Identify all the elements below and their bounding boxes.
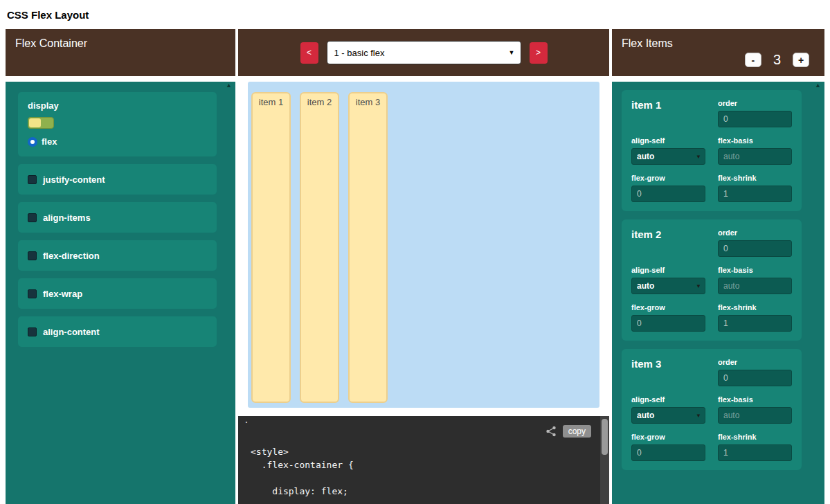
- item-1-grid: item 1 order align-self auto: [631, 99, 792, 202]
- property-card-align-content[interactable]: align-content: [18, 316, 217, 347]
- code-line-4: display: flex;: [251, 486, 348, 496]
- property-card-align-items[interactable]: align-items: [18, 202, 217, 233]
- item-1-flex-shrink-input[interactable]: [718, 186, 792, 202]
- item-3-order-field: order: [718, 358, 792, 386]
- align-self-label: align-self: [631, 136, 705, 145]
- code-scrollbar[interactable]: [600, 416, 609, 504]
- flex-grow-label: flex-grow: [631, 303, 705, 312]
- item-3-flex-shrink-input[interactable]: [718, 444, 792, 461]
- scroll-up-icon[interactable]: ▲: [815, 82, 821, 89]
- page-header: CSS Flex Layout: [0, 0, 830, 29]
- item-1-title: item 1: [631, 99, 661, 111]
- flex-container-panel-header: Flex Container: [6, 29, 235, 76]
- item-1-order-input[interactable]: [718, 111, 792, 127]
- flex-wrap-label: flex-wrap: [43, 289, 82, 299]
- radio-selected-icon: [28, 137, 37, 147]
- flex-items-panel-title: Flex Items: [622, 37, 815, 50]
- item-3-flex-grow-input[interactable]: [631, 444, 705, 461]
- flex-items-panel: Flex Items - 3 + ▲ item 1 order: [612, 29, 824, 504]
- flex-shrink-label: flex-shrink: [718, 303, 792, 312]
- playground-item-3: item 3: [348, 92, 388, 403]
- item-2-order-field: order: [718, 228, 792, 257]
- item-card-1: item 1 order align-self auto: [622, 90, 802, 211]
- item-1-align-self-field: align-self auto: [631, 136, 705, 165]
- property-card-justify-content[interactable]: justify-content: [18, 164, 217, 195]
- item-count: 3: [773, 52, 781, 68]
- flex-grow-label: flex-grow: [631, 174, 705, 182]
- share-icon[interactable]: [545, 426, 557, 437]
- display-flex-radio[interactable]: flex: [28, 136, 207, 147]
- item-2-flex-grow-input[interactable]: [631, 315, 705, 332]
- next-example-button[interactable]: >: [530, 42, 548, 64]
- item-2-flex-basis-input[interactable]: [718, 278, 792, 294]
- item-2-flex-basis-field: flex-basis: [718, 266, 792, 294]
- code-scrollbar-thumb[interactable]: [602, 419, 608, 455]
- item-2-order-input[interactable]: [718, 240, 792, 257]
- flex-basis-label: flex-basis: [718, 266, 792, 274]
- align-items-label: align-items: [43, 213, 91, 223]
- flex-wrap-checkbox[interactable]: [28, 289, 37, 298]
- item-2-title: item 2: [631, 228, 661, 240]
- item-2-grid: item 2 order align-self auto: [631, 228, 792, 332]
- item-1-flex-basis-input[interactable]: [718, 148, 792, 165]
- item-3-title: item 3: [631, 358, 661, 370]
- item-2-flex-shrink-field: flex-shrink: [718, 303, 792, 332]
- flex-container-panel: Flex Container ▲ display flex justify-co…: [6, 29, 235, 504]
- item-3-flex-grow-field: flex-grow: [631, 433, 705, 461]
- flex-items-panel-header: Flex Items - 3 +: [612, 29, 824, 76]
- code-line-1: <style>: [251, 447, 289, 457]
- display-toggle[interactable]: [28, 117, 54, 129]
- code-cursor-dot: .: [244, 416, 249, 425]
- align-self-label: align-self: [631, 266, 705, 274]
- item-3-order-input[interactable]: [718, 370, 792, 386]
- flex-grow-label: flex-grow: [631, 433, 705, 441]
- justify-content-label: justify-content: [43, 174, 105, 185]
- item-count-controls: - 3 +: [622, 52, 815, 68]
- flex-playground: item 1 item 2 item 3: [248, 82, 599, 408]
- prev-example-button[interactable]: <: [300, 42, 318, 64]
- item-3-grid: item 3 order align-self auto: [631, 358, 792, 461]
- add-item-button[interactable]: +: [793, 53, 809, 67]
- flex-shrink-label: flex-shrink: [718, 174, 792, 182]
- item-2-align-self-select[interactable]: auto: [631, 278, 705, 294]
- item-1-flex-grow-field: flex-grow: [631, 174, 705, 202]
- property-card-flex-wrap[interactable]: flex-wrap: [18, 278, 217, 309]
- flex-direction-checkbox[interactable]: [28, 251, 37, 260]
- playground-item-1: item 1: [251, 92, 291, 403]
- item-3-align-self-field: align-self auto: [631, 395, 705, 424]
- flex-items-panel-body: ▲ item 1 order align-self au: [612, 82, 824, 504]
- item-3-flex-basis-input[interactable]: [718, 407, 792, 424]
- flex-basis-label: flex-basis: [718, 395, 792, 404]
- copy-button[interactable]: copy: [563, 425, 591, 438]
- item-1-flex-basis-field: flex-basis: [718, 136, 792, 165]
- item-2-flex-grow-field: flex-grow: [631, 303, 705, 332]
- main-layout: Flex Container ▲ display flex justify-co…: [0, 29, 830, 504]
- item-2-align-self-wrap: auto: [631, 278, 705, 294]
- order-label: order: [718, 228, 792, 237]
- item-card-3: item 3 order align-self auto: [622, 349, 802, 470]
- item-1-flex-grow-input[interactable]: [631, 186, 705, 202]
- display-flex-radio-label: flex: [42, 136, 57, 147]
- item-1-align-self-select[interactable]: auto: [631, 148, 705, 165]
- property-card-flex-direction[interactable]: flex-direction: [18, 240, 217, 271]
- item-3-title-cell: item 3: [631, 358, 705, 386]
- example-select[interactable]: 1 - basic flex: [327, 41, 521, 64]
- item-3-flex-basis-field: flex-basis: [718, 395, 792, 424]
- scroll-up-icon[interactable]: ▲: [226, 82, 232, 89]
- display-toggle-knob-icon: [29, 118, 41, 127]
- remove-item-button[interactable]: -: [745, 53, 761, 67]
- example-select-wrap: 1 - basic flex: [327, 41, 521, 64]
- order-label: order: [718, 99, 792, 107]
- code-line-2: .flex-container {: [251, 460, 354, 470]
- justify-content-checkbox[interactable]: [28, 175, 37, 184]
- page-title: CSS Flex Layout: [7, 9, 89, 21]
- example-toolbar: < 1 - basic flex >: [238, 29, 609, 76]
- order-label: order: [718, 358, 792, 366]
- align-items-checkbox[interactable]: [28, 213, 37, 222]
- item-3-align-self-select[interactable]: auto: [631, 407, 705, 424]
- align-content-checkbox[interactable]: [28, 327, 37, 336]
- item-2-flex-shrink-input[interactable]: [718, 315, 792, 332]
- preview-panel: < 1 - basic flex > item 1 item 2 item 3 …: [238, 29, 609, 504]
- item-2-title-cell: item 2: [631, 228, 705, 257]
- align-content-label: align-content: [43, 327, 100, 337]
